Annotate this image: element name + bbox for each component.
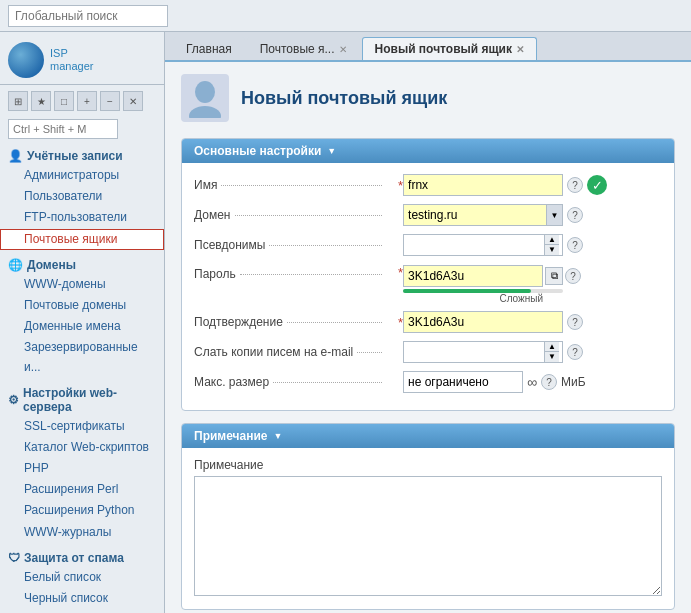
page-content: Новый почтовый ящик Основные настройки ▼…: [165, 62, 691, 613]
aliases-spinner-down[interactable]: ▼: [545, 245, 559, 255]
maxsize-input-wrap: ∞ ? МиБ: [403, 371, 586, 393]
aliases-input[interactable]: [404, 235, 544, 255]
maxsize-row: Макс. размер * ∞ ? МиБ: [194, 370, 662, 394]
note-textarea[interactable]: [194, 476, 662, 596]
avatar: [181, 74, 229, 122]
copies-help-icon[interactable]: ?: [567, 344, 583, 360]
sidebar-item-mailboxes[interactable]: Почтовые ящики: [0, 229, 164, 250]
sidebar-item-www[interactable]: WWW-домены: [0, 274, 164, 295]
confirm-input-wrap: ?: [403, 311, 583, 333]
main-settings-panel: Основные настройки ▼ Имя * ?: [181, 138, 675, 411]
domain-row: Домен * testing.ru ▼ ?: [194, 203, 662, 227]
maxsize-input[interactable]: [403, 371, 523, 393]
chevron-down-icon: ▼: [327, 146, 336, 156]
aliases-row: Псевдонимы * ▲ ▼: [194, 233, 662, 257]
sidebar-item-ssl[interactable]: SSL-сертификаты: [0, 416, 164, 437]
maxsize-help-icon[interactable]: ?: [541, 374, 557, 390]
toolbar-btn-close[interactable]: ✕: [123, 91, 143, 111]
sidebar-item-admins[interactable]: Администраторы: [0, 165, 164, 186]
maxsize-label: Макс. размер: [194, 375, 394, 389]
toolbar-btn-add[interactable]: +: [77, 91, 97, 111]
password-input-wrap: ⧉ ? Сложный: [403, 265, 581, 304]
copies-input-wrap: ▲ ▼ ?: [403, 341, 583, 363]
password-row: Пароль * ⧉ ?: [194, 263, 662, 304]
copies-spinner-down[interactable]: ▼: [545, 352, 559, 362]
toolbar-btn-minus[interactable]: −: [100, 91, 120, 111]
aliases-spinner-btns: ▲ ▼: [544, 235, 559, 255]
copies-row: Слать копии писем на e-mail * ▲ ▼: [194, 340, 662, 364]
sidebar-item-logs[interactable]: WWW-журналы: [0, 522, 164, 543]
tab-new-mailbox[interactable]: Новый почтовый ящик ✕: [362, 37, 537, 60]
aliases-spinner: ▲ ▼: [403, 234, 563, 256]
toolbar-btn-grid[interactable]: ⊞: [8, 91, 28, 111]
sidebar-item-whitelist[interactable]: Белый список: [0, 567, 164, 588]
copies-spinner: ▲ ▼: [403, 341, 563, 363]
copies-input[interactable]: [404, 342, 544, 362]
sidebar-item-mail-domains[interactable]: Почтовые домены: [0, 295, 164, 316]
sidebar-item-users[interactable]: Пользователи: [0, 186, 164, 207]
note-chevron-down-icon: ▼: [274, 431, 283, 441]
sidebar-item-perl[interactable]: Расширения Perl: [0, 479, 164, 500]
sidebar-item-python[interactable]: Расширения Python: [0, 500, 164, 521]
name-ok-icon: ✓: [587, 175, 607, 195]
logo-text: ISP manager: [50, 47, 93, 73]
confirm-input[interactable]: [403, 311, 563, 333]
aliases-spinner-up[interactable]: ▲: [545, 235, 559, 245]
content-area: Главная Почтовые я... ✕ Новый почтовый я…: [165, 32, 691, 613]
tab-home[interactable]: Главная: [173, 37, 245, 60]
note-label: Примечание: [194, 458, 662, 472]
sidebar-item-reserved[interactable]: Зарезервированные и...: [0, 337, 164, 377]
password-input[interactable]: [403, 265, 543, 287]
sidebar: ISP manager ⊞ ★ □ + − ✕ 👤 Учётные записи…: [0, 32, 165, 613]
global-search-input[interactable]: [8, 5, 168, 27]
aliases-label: Псевдонимы: [194, 238, 394, 252]
sidebar-section-domains[interactable]: 🌐 Домены: [0, 254, 164, 274]
note-panel-body: Примечание: [182, 448, 674, 609]
sidebar-toolbar: ⊞ ★ □ + − ✕: [0, 89, 164, 113]
logo-area: ISP manager: [0, 36, 164, 85]
name-input-wrap: ? ✓: [403, 174, 607, 196]
note-panel-header[interactable]: Примечание ▼: [182, 424, 674, 448]
sidebar-section-webserver[interactable]: ⚙ Настройки web-сервера: [0, 382, 164, 416]
domain-input-wrap: testing.ru ▼ ?: [403, 204, 583, 226]
tab-new-mailbox-close[interactable]: ✕: [516, 44, 524, 55]
password-help-icon[interactable]: ?: [565, 268, 581, 284]
name-input[interactable]: [403, 174, 563, 196]
tab-mailboxes[interactable]: Почтовые я... ✕: [247, 37, 360, 60]
page-title: Новый почтовый ящик: [241, 88, 447, 109]
domain-label: Домен: [194, 208, 394, 222]
infinity-icon: ∞: [527, 374, 537, 390]
sidebar-item-php[interactable]: PHP: [0, 458, 164, 479]
confirm-help-icon[interactable]: ?: [567, 314, 583, 330]
sidebar-item-blacklist[interactable]: Черный список: [0, 588, 164, 609]
sidebar-section-antispam[interactable]: 🛡 Защита от спама: [0, 547, 164, 567]
tabs-bar: Главная Почтовые я... ✕ Новый почтовый я…: [165, 32, 691, 62]
name-help-icon[interactable]: ?: [567, 177, 583, 193]
aliases-input-wrap: ▲ ▼ ?: [403, 234, 583, 256]
note-panel: Примечание ▼ Примечание: [181, 423, 675, 610]
logo-icon: [8, 42, 44, 78]
top-bar: [0, 0, 691, 32]
antispam-icon: 🛡: [8, 551, 20, 565]
domain-help-icon[interactable]: ?: [567, 207, 583, 223]
name-row: Имя * ? ✓: [194, 173, 662, 197]
password-copy-icon[interactable]: ⧉: [545, 267, 563, 285]
toolbar-btn-monitor[interactable]: □: [54, 91, 74, 111]
sidebar-item-ftp[interactable]: FTP-пользователи: [0, 207, 164, 228]
toolbar-btn-star[interactable]: ★: [31, 91, 51, 111]
name-label: Имя: [194, 178, 394, 192]
sidebar-item-webcatalog[interactable]: Каталог Web-скриптов: [0, 437, 164, 458]
tab-mailboxes-close[interactable]: ✕: [339, 44, 347, 55]
domain-select[interactable]: testing.ru ▼: [403, 204, 563, 226]
sidebar-item-domain-names[interactable]: Доменные имена: [0, 316, 164, 337]
sidebar-search-input[interactable]: [8, 119, 118, 139]
strength-label: Сложный: [403, 293, 543, 304]
password-label: Пароль: [194, 265, 394, 281]
aliases-help-icon[interactable]: ?: [567, 237, 583, 253]
domains-icon: 🌐: [8, 258, 23, 272]
copies-spinner-up[interactable]: ▲: [545, 342, 559, 352]
svg-point-0: [195, 81, 215, 103]
main-settings-header[interactable]: Основные настройки ▼: [182, 139, 674, 163]
sidebar-section-accounts[interactable]: 👤 Учётные записи: [0, 145, 164, 165]
domain-dropdown-arrow[interactable]: ▼: [546, 205, 562, 225]
